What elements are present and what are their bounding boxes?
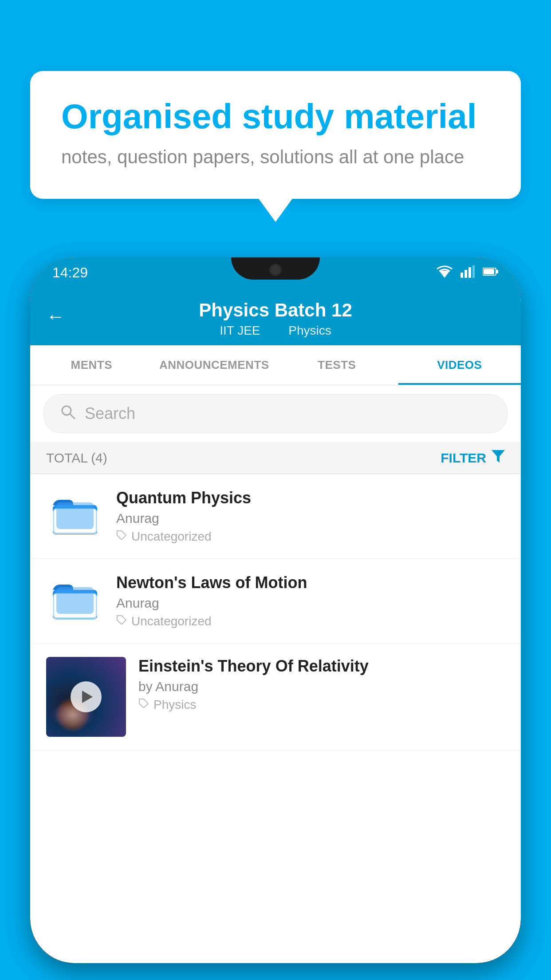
svg-marker-0	[439, 271, 450, 278]
svg-rect-6	[484, 269, 494, 274]
list-item[interactable]: Newton's Laws of Motion Anurag Uncategor…	[30, 559, 521, 644]
battery-icon	[483, 267, 499, 278]
filter-icon	[492, 450, 505, 466]
video-tag: Uncategorized	[116, 614, 505, 628]
video-item-info: Quantum Physics Anurag Uncategorized	[116, 489, 505, 544]
video-item-info: Newton's Laws of Motion Anurag Uncategor…	[116, 573, 505, 628]
list-item[interactable]: Einstein's Theory Of Relativity by Anura…	[30, 644, 521, 751]
tag-icon	[116, 530, 127, 544]
svg-rect-3	[468, 267, 471, 278]
tab-tests[interactable]: TESTS	[276, 345, 398, 385]
folder-thumbnail	[46, 572, 104, 630]
search-container: Search	[30, 385, 521, 442]
tab-announcements[interactable]: ANNOUNCEMENTS	[153, 345, 276, 385]
tag-icon	[138, 698, 149, 712]
back-button[interactable]: ←	[46, 306, 65, 327]
svg-rect-1	[460, 273, 463, 278]
status-bar: 14:29	[30, 257, 521, 288]
app-header: ← Physics Batch 12 IIT JEE Physics	[30, 288, 521, 345]
phone-frame: 14:29	[30, 257, 521, 963]
total-count: TOTAL (4)	[46, 450, 107, 466]
video-title: Newton's Laws of Motion	[116, 573, 505, 592]
video-item-info: Einstein's Theory Of Relativity by Anura…	[138, 657, 505, 712]
video-title: Einstein's Theory Of Relativity	[138, 657, 505, 676]
play-button[interactable]	[71, 681, 102, 712]
wifi-icon	[437, 265, 453, 280]
video-tag: Uncategorized	[116, 530, 505, 544]
batch-title: Physics Batch 12	[199, 300, 352, 321]
phone-screen: 14:29	[30, 257, 521, 963]
batch-subtitle: IIT JEE Physics	[213, 324, 338, 338]
video-title: Quantum Physics	[116, 489, 505, 507]
search-bar[interactable]: Search	[43, 394, 508, 433]
tab-videos[interactable]: VIDEOS	[398, 345, 521, 385]
tag-icon	[116, 614, 127, 628]
svg-rect-4	[472, 265, 475, 278]
tab-ments[interactable]: MENTS	[30, 345, 153, 385]
svg-rect-7	[496, 270, 498, 273]
status-time: 14:29	[52, 265, 88, 281]
svg-marker-10	[492, 450, 505, 462]
search-icon	[60, 404, 76, 424]
svg-rect-16	[56, 502, 94, 529]
video-author: Anurag	[116, 596, 505, 611]
subject-iitjee: IIT JEE	[220, 324, 260, 337]
folder-thumbnail	[46, 487, 104, 545]
svg-rect-23	[56, 587, 94, 614]
notch	[231, 257, 320, 280]
svg-line-9	[70, 414, 75, 419]
speech-bubble: Organised study material notes, question…	[30, 71, 521, 199]
video-list: Quantum Physics Anurag Uncategorized	[30, 474, 521, 751]
subject-physics: Physics	[288, 324, 331, 337]
video-tag: Physics	[138, 698, 505, 712]
video-author: Anurag	[116, 511, 505, 526]
filter-button[interactable]: FILTER	[441, 450, 505, 466]
bubble-title: Organised study material	[61, 98, 490, 136]
filter-bar: TOTAL (4) FILTER	[30, 442, 521, 474]
search-placeholder: Search	[85, 404, 135, 423]
video-thumbnail	[46, 657, 126, 737]
svg-rect-2	[464, 270, 467, 278]
play-icon	[82, 691, 93, 703]
status-icons	[437, 265, 499, 280]
tabs-bar: MENTS ANNOUNCEMENTS TESTS VIDEOS	[30, 345, 521, 385]
video-author: by Anurag	[138, 679, 505, 694]
bubble-subtitle: notes, question papers, solutions all at…	[61, 146, 490, 168]
list-item[interactable]: Quantum Physics Anurag Uncategorized	[30, 474, 521, 559]
signal-icon	[460, 265, 475, 280]
camera	[269, 264, 282, 276]
